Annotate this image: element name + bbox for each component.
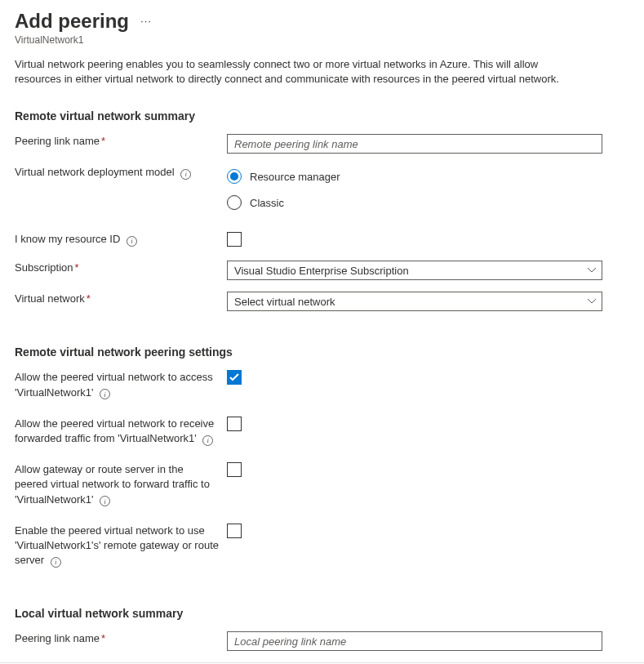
remote-link-name-label: Peering link name [15, 135, 100, 147]
info-icon[interactable]: i [180, 169, 191, 180]
opt3-checkbox[interactable] [227, 462, 242, 477]
know-resource-id-label: I know my resource ID [15, 233, 120, 245]
radio-rm-label: Resource manager [250, 171, 340, 183]
radio-classic-label: Classic [250, 197, 284, 209]
info-icon[interactable]: i [202, 435, 213, 446]
vnet-select[interactable]: Select virtual network [227, 292, 602, 311]
more-actions-icon[interactable]: ··· [140, 15, 152, 30]
subscription-select[interactable]: Visual Studio Enterprise Subscription [227, 261, 602, 280]
radio-classic[interactable]: Classic [227, 194, 602, 211]
chevron-down-icon [587, 298, 597, 305]
subscription-value: Visual Studio Enterprise Subscription [234, 265, 409, 277]
required-marker: * [101, 632, 105, 644]
vnet-value: Select virtual network [234, 296, 335, 308]
info-icon[interactable]: i [100, 496, 110, 506]
opt1-label: Allow the peered virtual network to acce… [15, 371, 213, 398]
remote-link-name-input[interactable] [227, 134, 602, 154]
required-marker: * [87, 292, 91, 305]
resource-breadcrumb: VirtualNetwork1 [15, 34, 629, 46]
remote-summary-heading: Remote virtual network summary [15, 109, 629, 123]
vnet-label: Virtual network [15, 292, 85, 305]
opt3-label: Allow gateway or route server in the pee… [15, 463, 210, 505]
know-resource-id-checkbox[interactable] [227, 232, 242, 247]
radio-unselected-icon [227, 195, 242, 210]
info-icon[interactable]: i [100, 389, 110, 399]
radio-selected-icon [227, 169, 242, 184]
required-marker: * [101, 135, 105, 147]
info-icon[interactable]: i [127, 236, 137, 247]
radio-resource-manager[interactable]: Resource manager [227, 168, 602, 185]
local-summary-heading: Local virtual network summary [15, 607, 629, 620]
page-title: Add peering [15, 10, 129, 33]
opt4-label: Enable the peered virtual network to use… [15, 524, 219, 566]
required-marker: * [75, 261, 79, 274]
intro-text: Virtual network peering enables you to s… [15, 57, 570, 87]
local-link-name-label: Peering link name [15, 632, 100, 644]
subscription-label: Subscription [15, 261, 73, 274]
deploy-model-label: Virtual network deployment model [15, 166, 175, 178]
opt2-checkbox[interactable] [227, 417, 242, 431]
info-icon[interactable]: i [51, 557, 61, 568]
remote-settings-heading: Remote virtual network peering settings [15, 345, 629, 359]
local-link-name-input[interactable] [227, 631, 602, 651]
chevron-down-icon [587, 267, 597, 274]
opt1-checkbox[interactable] [227, 370, 242, 385]
opt2-label: Allow the peered virtual network to rece… [15, 417, 214, 444]
opt4-checkbox[interactable] [227, 524, 242, 538]
